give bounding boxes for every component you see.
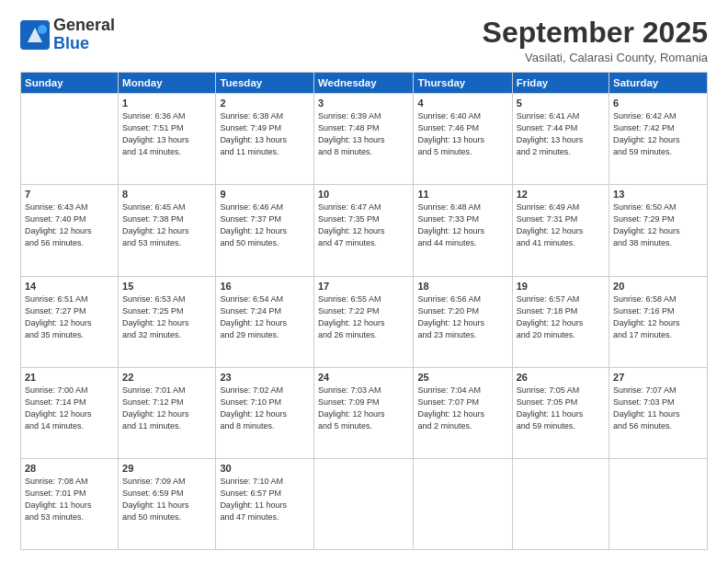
calendar-cell: 2Sunrise: 6:38 AM Sunset: 7:49 PM Daylig… — [216, 94, 314, 185]
day-number: 4 — [417, 98, 507, 109]
logo-blue-text: Blue — [53, 35, 115, 53]
col-header-monday: Monday — [119, 73, 216, 94]
calendar-cell: 21Sunrise: 7:00 AM Sunset: 7:14 PM Dayli… — [21, 367, 119, 458]
day-info: Sunrise: 7:07 AM Sunset: 7:03 PM Dayligh… — [613, 385, 703, 432]
week-row-4: 21Sunrise: 7:00 AM Sunset: 7:14 PM Dayli… — [21, 367, 708, 458]
day-number: 20 — [613, 281, 703, 292]
calendar-cell: 1Sunrise: 6:36 AM Sunset: 7:51 PM Daylig… — [119, 94, 216, 185]
day-number: 16 — [220, 281, 310, 292]
day-info: Sunrise: 6:57 AM Sunset: 7:18 PM Dayligh… — [517, 293, 605, 341]
calendar-cell: 16Sunrise: 6:54 AM Sunset: 7:24 PM Dayli… — [216, 276, 314, 367]
day-info: Sunrise: 6:42 AM Sunset: 7:42 PM Dayligh… — [613, 110, 703, 158]
calendar-table: SundayMondayTuesdayWednesdayThursdayFrid… — [20, 72, 708, 550]
calendar-cell: 11Sunrise: 6:48 AM Sunset: 7:33 PM Dayli… — [414, 185, 512, 276]
day-number: 27 — [613, 372, 703, 383]
calendar-cell: 30Sunrise: 7:10 AM Sunset: 6:57 PM Dayli… — [216, 458, 314, 549]
calendar-cell: 24Sunrise: 7:03 AM Sunset: 7:09 PM Dayli… — [313, 367, 414, 458]
day-info: Sunrise: 6:40 AM Sunset: 7:46 PM Dayligh… — [417, 110, 507, 158]
day-number: 24 — [318, 372, 410, 383]
day-number: 5 — [517, 98, 605, 109]
calendar-cell: 14Sunrise: 6:51 AM Sunset: 7:27 PM Dayli… — [21, 276, 119, 367]
day-number: 21 — [25, 372, 114, 383]
calendar-cell: 25Sunrise: 7:04 AM Sunset: 7:07 PM Dayli… — [414, 367, 512, 458]
calendar-cell: 18Sunrise: 6:56 AM Sunset: 7:20 PM Dayli… — [414, 276, 512, 367]
day-info: Sunrise: 6:53 AM Sunset: 7:25 PM Dayligh… — [122, 293, 211, 341]
week-row-5: 28Sunrise: 7:08 AM Sunset: 7:01 PM Dayli… — [21, 458, 708, 549]
day-number: 1 — [122, 98, 211, 109]
header-row: SundayMondayTuesdayWednesdayThursdayFrid… — [21, 73, 708, 94]
calendar-cell: 12Sunrise: 6:49 AM Sunset: 7:31 PM Dayli… — [512, 185, 609, 276]
day-number: 30 — [220, 463, 310, 474]
day-info: Sunrise: 6:56 AM Sunset: 7:20 PM Dayligh… — [417, 293, 507, 341]
calendar-cell: 4Sunrise: 6:40 AM Sunset: 7:46 PM Daylig… — [414, 94, 512, 185]
day-number: 12 — [517, 189, 605, 200]
calendar-cell: 27Sunrise: 7:07 AM Sunset: 7:03 PM Dayli… — [609, 367, 708, 458]
calendar-cell: 19Sunrise: 6:57 AM Sunset: 7:18 PM Dayli… — [512, 276, 609, 367]
calendar-cell: 26Sunrise: 7:05 AM Sunset: 7:05 PM Dayli… — [512, 367, 609, 458]
day-number: 2 — [220, 98, 310, 109]
day-number: 3 — [318, 98, 410, 109]
day-number: 15 — [122, 281, 211, 292]
calendar-cell: 13Sunrise: 6:50 AM Sunset: 7:29 PM Dayli… — [609, 185, 708, 276]
day-info: Sunrise: 6:45 AM Sunset: 7:38 PM Dayligh… — [122, 201, 211, 249]
day-info: Sunrise: 6:58 AM Sunset: 7:16 PM Dayligh… — [613, 293, 703, 341]
day-number: 10 — [318, 189, 410, 200]
day-number: 19 — [517, 281, 605, 292]
day-number: 7 — [25, 189, 114, 200]
calendar-cell: 5Sunrise: 6:41 AM Sunset: 7:44 PM Daylig… — [512, 94, 609, 185]
day-info: Sunrise: 7:09 AM Sunset: 6:59 PM Dayligh… — [122, 476, 211, 523]
col-header-sunday: Sunday — [21, 73, 119, 94]
calendar-cell — [609, 458, 708, 549]
calendar-cell: 3Sunrise: 6:39 AM Sunset: 7:48 PM Daylig… — [313, 94, 414, 185]
calendar-cell — [414, 458, 512, 549]
calendar-cell: 28Sunrise: 7:08 AM Sunset: 7:01 PM Dayli… — [21, 458, 119, 549]
day-number: 29 — [122, 463, 211, 474]
day-info: Sunrise: 6:43 AM Sunset: 7:40 PM Dayligh… — [25, 201, 114, 249]
location-subtitle: Vasilati, Calarasi County, Romania — [483, 51, 708, 64]
day-info: Sunrise: 6:41 AM Sunset: 7:44 PM Dayligh… — [517, 110, 605, 158]
day-info: Sunrise: 7:05 AM Sunset: 7:05 PM Dayligh… — [517, 385, 605, 432]
day-info: Sunrise: 6:47 AM Sunset: 7:35 PM Dayligh… — [318, 201, 410, 249]
day-number: 9 — [220, 189, 310, 200]
day-number: 11 — [417, 189, 507, 200]
day-info: Sunrise: 6:39 AM Sunset: 7:48 PM Dayligh… — [318, 110, 410, 158]
day-info: Sunrise: 6:46 AM Sunset: 7:37 PM Dayligh… — [220, 201, 310, 249]
day-number: 25 — [417, 372, 507, 383]
logo-icon — [20, 20, 50, 50]
calendar-cell: 29Sunrise: 7:09 AM Sunset: 6:59 PM Dayli… — [119, 458, 216, 549]
day-info: Sunrise: 6:49 AM Sunset: 7:31 PM Dayligh… — [517, 201, 605, 249]
day-info: Sunrise: 6:54 AM Sunset: 7:24 PM Dayligh… — [220, 293, 310, 341]
day-info: Sunrise: 6:50 AM Sunset: 7:29 PM Dayligh… — [613, 201, 703, 249]
day-number: 13 — [613, 189, 703, 200]
calendar-cell: 15Sunrise: 6:53 AM Sunset: 7:25 PM Dayli… — [119, 276, 216, 367]
day-info: Sunrise: 6:38 AM Sunset: 7:49 PM Dayligh… — [220, 110, 310, 158]
month-title: September 2025 — [483, 17, 708, 49]
day-info: Sunrise: 7:01 AM Sunset: 7:12 PM Dayligh… — [122, 385, 211, 432]
calendar-cell — [512, 458, 609, 549]
calendar-cell: 23Sunrise: 7:02 AM Sunset: 7:10 PM Dayli… — [216, 367, 314, 458]
day-number: 6 — [613, 98, 703, 109]
day-info: Sunrise: 7:10 AM Sunset: 6:57 PM Dayligh… — [220, 476, 310, 523]
day-info: Sunrise: 6:55 AM Sunset: 7:22 PM Dayligh… — [318, 293, 410, 341]
calendar-cell: 20Sunrise: 6:58 AM Sunset: 7:16 PM Dayli… — [609, 276, 708, 367]
day-info: Sunrise: 7:00 AM Sunset: 7:14 PM Dayligh… — [25, 385, 114, 432]
title-block: September 2025 Vasilati, Calarasi County… — [483, 17, 708, 64]
logo-general-text: General — [53, 17, 115, 35]
calendar-cell: 10Sunrise: 6:47 AM Sunset: 7:35 PM Dayli… — [313, 185, 414, 276]
calendar-cell: 17Sunrise: 6:55 AM Sunset: 7:22 PM Dayli… — [313, 276, 414, 367]
day-info: Sunrise: 7:03 AM Sunset: 7:09 PM Dayligh… — [318, 385, 410, 432]
col-header-thursday: Thursday — [414, 73, 512, 94]
day-info: Sunrise: 7:08 AM Sunset: 7:01 PM Dayligh… — [25, 476, 114, 523]
week-row-2: 7Sunrise: 6:43 AM Sunset: 7:40 PM Daylig… — [21, 185, 708, 276]
day-info: Sunrise: 7:04 AM Sunset: 7:07 PM Dayligh… — [417, 385, 507, 432]
day-info: Sunrise: 6:51 AM Sunset: 7:27 PM Dayligh… — [25, 293, 114, 341]
day-number: 17 — [318, 281, 410, 292]
calendar-cell: 22Sunrise: 7:01 AM Sunset: 7:12 PM Dayli… — [119, 367, 216, 458]
col-header-wednesday: Wednesday — [313, 73, 414, 94]
calendar-cell: 7Sunrise: 6:43 AM Sunset: 7:40 PM Daylig… — [21, 185, 119, 276]
calendar-cell: 6Sunrise: 6:42 AM Sunset: 7:42 PM Daylig… — [609, 94, 708, 185]
day-info: Sunrise: 6:36 AM Sunset: 7:51 PM Dayligh… — [122, 110, 211, 158]
day-info: Sunrise: 6:48 AM Sunset: 7:33 PM Dayligh… — [417, 201, 507, 249]
week-row-3: 14Sunrise: 6:51 AM Sunset: 7:27 PM Dayli… — [21, 276, 708, 367]
logo: General Blue — [20, 17, 115, 53]
